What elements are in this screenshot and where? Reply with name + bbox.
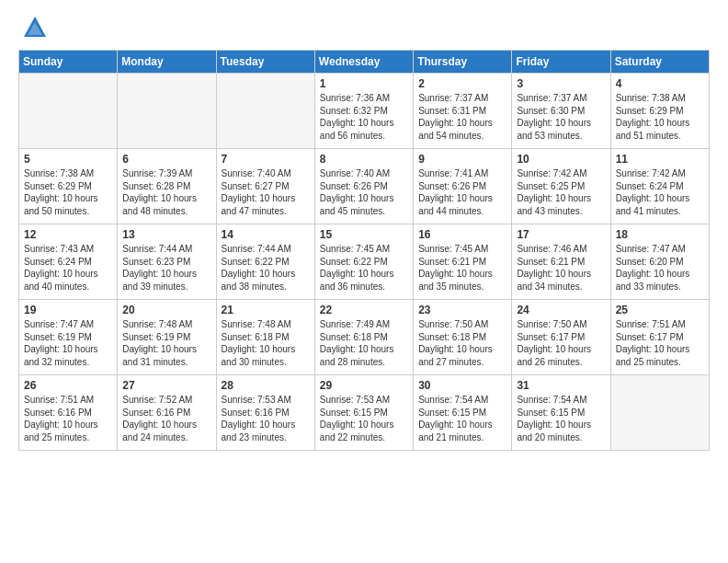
day-number: 6 — [122, 153, 210, 166]
day-info: Sunrise: 7:50 AM Sunset: 6:18 PM Dayligh… — [418, 318, 506, 368]
week-row-4: 26Sunrise: 7:51 AM Sunset: 6:16 PM Dayli… — [19, 375, 710, 451]
calendar-cell: 20Sunrise: 7:48 AM Sunset: 6:19 PM Dayli… — [118, 300, 216, 375]
day-info: Sunrise: 7:48 AM Sunset: 6:18 PM Dayligh… — [222, 318, 310, 368]
day-number: 3 — [517, 77, 605, 90]
calendar-cell — [118, 74, 216, 149]
calendar-cell: 17Sunrise: 7:46 AM Sunset: 6:21 PM Dayli… — [512, 224, 610, 300]
calendar-cell: 10Sunrise: 7:42 AM Sunset: 6:25 PM Dayli… — [512, 149, 610, 224]
day-number: 1 — [320, 77, 408, 90]
calendar-cell: 27Sunrise: 7:52 AM Sunset: 6:16 PM Dayli… — [118, 375, 216, 451]
weekday-header-thursday: Thursday — [414, 51, 512, 74]
day-number: 8 — [320, 153, 408, 166]
day-info: Sunrise: 7:38 AM Sunset: 6:29 PM Dayligh… — [616, 92, 704, 142]
day-number: 11 — [616, 153, 704, 166]
day-number: 23 — [418, 304, 506, 316]
calendar-cell: 3Sunrise: 7:37 AM Sunset: 6:30 PM Daylig… — [512, 74, 610, 149]
calendar-cell: 4Sunrise: 7:38 AM Sunset: 6:29 PM Daylig… — [610, 74, 709, 149]
header — [18, 15, 710, 40]
day-info: Sunrise: 7:51 AM Sunset: 6:17 PM Dayligh… — [616, 318, 704, 368]
day-info: Sunrise: 7:46 AM Sunset: 6:21 PM Dayligh… — [517, 243, 605, 293]
day-info: Sunrise: 7:37 AM Sunset: 6:30 PM Dayligh… — [517, 92, 605, 142]
day-info: Sunrise: 7:40 AM Sunset: 6:26 PM Dayligh… — [320, 167, 408, 217]
calendar-cell: 19Sunrise: 7:47 AM Sunset: 6:19 PM Dayli… — [19, 300, 118, 375]
day-number: 15 — [320, 228, 408, 241]
day-info: Sunrise: 7:47 AM Sunset: 6:19 PM Dayligh… — [24, 318, 112, 368]
calendar-cell: 5Sunrise: 7:38 AM Sunset: 6:29 PM Daylig… — [19, 149, 118, 224]
day-info: Sunrise: 7:54 AM Sunset: 6:15 PM Dayligh… — [418, 394, 506, 443]
calendar-cell: 13Sunrise: 7:44 AM Sunset: 6:23 PM Dayli… — [118, 224, 216, 300]
day-info: Sunrise: 7:38 AM Sunset: 6:29 PM Dayligh… — [24, 167, 112, 217]
weekday-header-saturday: Saturday — [610, 51, 709, 74]
calendar-cell: 12Sunrise: 7:43 AM Sunset: 6:24 PM Dayli… — [19, 224, 118, 300]
calendar-cell: 25Sunrise: 7:51 AM Sunset: 6:17 PM Dayli… — [610, 300, 709, 375]
day-info: Sunrise: 7:53 AM Sunset: 6:15 PM Dayligh… — [320, 394, 408, 443]
day-info: Sunrise: 7:42 AM Sunset: 6:25 PM Dayligh… — [517, 167, 605, 217]
day-info: Sunrise: 7:49 AM Sunset: 6:18 PM Dayligh… — [320, 318, 408, 368]
page: SundayMondayTuesdayWednesdayThursdayFrid… — [0, 0, 728, 563]
day-number: 7 — [222, 153, 310, 166]
day-number: 5 — [24, 153, 112, 166]
day-info: Sunrise: 7:48 AM Sunset: 6:19 PM Dayligh… — [122, 318, 210, 368]
day-info: Sunrise: 7:36 AM Sunset: 6:32 PM Dayligh… — [320, 92, 408, 142]
calendar-cell: 23Sunrise: 7:50 AM Sunset: 6:18 PM Dayli… — [414, 300, 512, 375]
day-number: 17 — [517, 228, 605, 241]
day-info: Sunrise: 7:51 AM Sunset: 6:16 PM Dayligh… — [24, 394, 112, 443]
calendar-cell: 9Sunrise: 7:41 AM Sunset: 6:26 PM Daylig… — [414, 149, 512, 224]
week-row-2: 12Sunrise: 7:43 AM Sunset: 6:24 PM Dayli… — [19, 224, 710, 300]
day-number: 20 — [122, 304, 210, 316]
day-number: 28 — [222, 379, 310, 392]
day-number: 30 — [418, 379, 506, 392]
day-info: Sunrise: 7:47 AM Sunset: 6:20 PM Dayligh… — [616, 243, 704, 293]
day-number: 27 — [122, 379, 210, 392]
calendar-cell: 8Sunrise: 7:40 AM Sunset: 6:26 PM Daylig… — [314, 149, 413, 224]
calendar-cell: 6Sunrise: 7:39 AM Sunset: 6:28 PM Daylig… — [118, 149, 216, 224]
day-number: 16 — [418, 228, 506, 241]
day-info: Sunrise: 7:39 AM Sunset: 6:28 PM Dayligh… — [122, 167, 210, 217]
day-info: Sunrise: 7:37 AM Sunset: 6:31 PM Dayligh… — [418, 92, 506, 142]
day-number: 18 — [616, 228, 704, 241]
logo — [18, 15, 48, 40]
calendar-cell: 28Sunrise: 7:53 AM Sunset: 6:16 PM Dayli… — [216, 375, 314, 451]
day-number: 25 — [616, 304, 704, 316]
calendar-cell: 24Sunrise: 7:50 AM Sunset: 6:17 PM Dayli… — [512, 300, 610, 375]
calendar-cell: 1Sunrise: 7:36 AM Sunset: 6:32 PM Daylig… — [314, 74, 413, 149]
day-info: Sunrise: 7:54 AM Sunset: 6:15 PM Dayligh… — [517, 394, 605, 443]
day-number: 19 — [24, 304, 112, 316]
calendar-cell: 14Sunrise: 7:44 AM Sunset: 6:22 PM Dayli… — [216, 224, 314, 300]
day-number: 13 — [122, 228, 210, 241]
calendar-cell: 26Sunrise: 7:51 AM Sunset: 6:16 PM Dayli… — [19, 375, 118, 451]
day-number: 4 — [616, 77, 704, 90]
day-number: 24 — [517, 304, 605, 316]
day-number: 2 — [418, 77, 506, 90]
calendar-cell: 2Sunrise: 7:37 AM Sunset: 6:31 PM Daylig… — [414, 74, 512, 149]
day-number: 31 — [517, 379, 605, 392]
calendar-cell: 7Sunrise: 7:40 AM Sunset: 6:27 PM Daylig… — [216, 149, 314, 224]
calendar-cell — [216, 74, 314, 149]
calendar-cell — [610, 375, 709, 451]
day-info: Sunrise: 7:42 AM Sunset: 6:24 PM Dayligh… — [616, 167, 704, 217]
calendar-cell — [19, 74, 118, 149]
weekday-header-wednesday: Wednesday — [314, 51, 413, 74]
weekday-header-row: SundayMondayTuesdayWednesdayThursdayFrid… — [19, 51, 710, 74]
day-info: Sunrise: 7:52 AM Sunset: 6:16 PM Dayligh… — [122, 394, 210, 443]
day-number: 14 — [222, 228, 310, 241]
week-row-0: 1Sunrise: 7:36 AM Sunset: 6:32 PM Daylig… — [19, 74, 710, 149]
calendar-table: SundayMondayTuesdayWednesdayThursdayFrid… — [18, 50, 710, 451]
day-number: 29 — [320, 379, 408, 392]
calendar-cell: 21Sunrise: 7:48 AM Sunset: 6:18 PM Dayli… — [216, 300, 314, 375]
day-info: Sunrise: 7:44 AM Sunset: 6:22 PM Dayligh… — [222, 243, 310, 293]
weekday-header-sunday: Sunday — [19, 51, 118, 74]
day-number: 21 — [222, 304, 310, 316]
calendar-cell: 15Sunrise: 7:45 AM Sunset: 6:22 PM Dayli… — [314, 224, 413, 300]
weekday-header-friday: Friday — [512, 51, 610, 74]
day-info: Sunrise: 7:43 AM Sunset: 6:24 PM Dayligh… — [24, 243, 112, 293]
day-number: 26 — [24, 379, 112, 392]
day-info: Sunrise: 7:45 AM Sunset: 6:22 PM Dayligh… — [320, 243, 408, 293]
day-number: 12 — [24, 228, 112, 241]
weekday-header-tuesday: Tuesday — [216, 51, 314, 74]
day-info: Sunrise: 7:40 AM Sunset: 6:27 PM Dayligh… — [222, 167, 310, 217]
calendar-cell: 18Sunrise: 7:47 AM Sunset: 6:20 PM Dayli… — [610, 224, 709, 300]
day-info: Sunrise: 7:45 AM Sunset: 6:21 PM Dayligh… — [418, 243, 506, 293]
week-row-3: 19Sunrise: 7:47 AM Sunset: 6:19 PM Dayli… — [19, 300, 710, 375]
calendar-cell: 31Sunrise: 7:54 AM Sunset: 6:15 PM Dayli… — [512, 375, 610, 451]
